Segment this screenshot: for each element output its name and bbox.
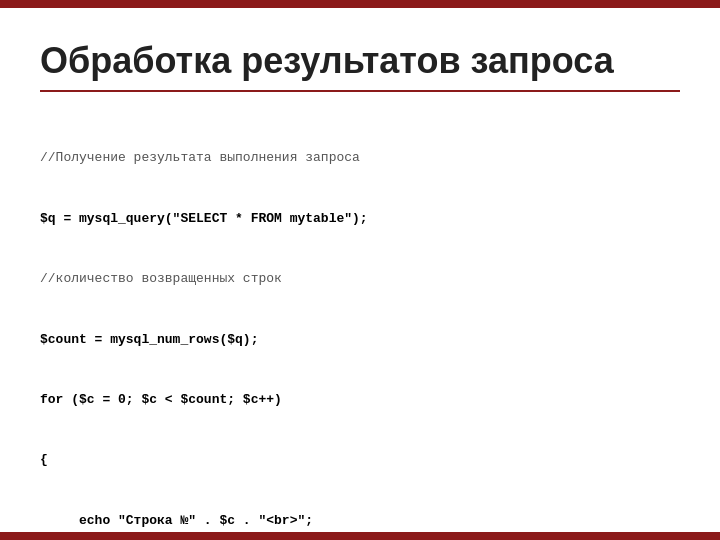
code-line-4: $count = mysql_num_rows($q);	[40, 330, 680, 350]
code-line-1: //Получение результата выполнения запрос…	[40, 148, 680, 168]
code-block: //Получение результата выполнения запрос…	[40, 108, 680, 540]
title-divider	[40, 90, 680, 92]
code-line-2: $q = mysql_query("SELECT * FROM mytable"…	[40, 209, 680, 229]
code-line-7: echo "Строка №" . $c . "<br>";	[40, 511, 680, 531]
top-bar	[0, 0, 720, 8]
bottom-bar	[0, 532, 720, 540]
slide-title: Обработка результатов запроса	[40, 40, 680, 82]
code-line-3: //количество возвращенных строк	[40, 269, 680, 289]
code-line-6: {	[40, 450, 680, 470]
code-line-5: for ($c = 0; $c < $count; $c++)	[40, 390, 680, 410]
slide: Обработка результатов запроса //Получени…	[0, 0, 720, 540]
